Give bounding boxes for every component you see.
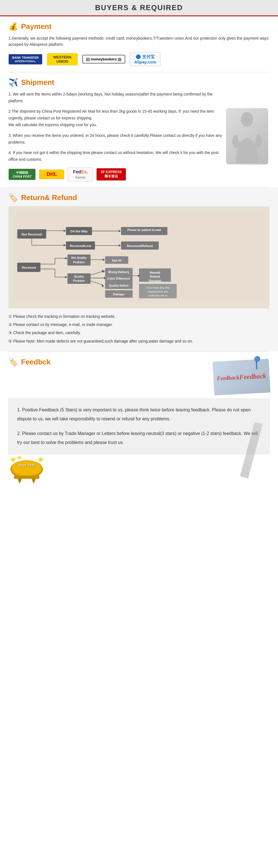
feedback-title-group: 🏷️ Feedbck [8, 358, 51, 371]
please-wait-label: Please be patient to wait [128, 228, 161, 231]
svg-text:Problem: Problem [73, 279, 85, 282]
china-post-logo: 中国邮政CHINA POST [8, 168, 36, 180]
return-refund-section: 🏷️ Return& Refund Not Received On the Wa… [0, 187, 278, 351]
feedback-paragraph-1: 1. Positive Feedback (5 Stars) is very i… [17, 405, 261, 424]
feedback-content-box: 1. Positive Feedback (5 Stars) is very i… [8, 399, 270, 454]
payment-icon: 💰 [8, 22, 18, 31]
star-decoration-2: ⭐ [17, 455, 22, 460]
note-3: ③ Check the package and Item, carefully. [8, 329, 270, 336]
resend-refund-label: Resend [150, 271, 160, 274]
not-received-label: Not Received [22, 232, 42, 236]
feedback-image: Feedback Feedback [213, 359, 270, 395]
quality-defect-label: Quality Defect [109, 284, 129, 287]
payment-title-row: 💰 Payment [8, 22, 270, 31]
shipment-heading: Shipment [21, 78, 54, 87]
flowchart-svg: Not Received On the Way Please be patien… [14, 212, 264, 302]
feedback-image-label: Feedback [217, 374, 240, 381]
shipment-title-row: ✈️ Shipment [8, 78, 270, 87]
payment-logos-row: BANK TRANSFERINTERNATIONAL WESTERNUNION … [8, 52, 270, 66]
return-icon: 🏷️ [8, 193, 18, 202]
svg-rect-55 [14, 475, 39, 479]
svg-point-0 [241, 112, 253, 127]
shipment-text-content: 1. We will sent the items within 2-5days… [8, 91, 224, 182]
shipment-point-4: 4. If you have not got it within the shi… [8, 150, 224, 163]
svg-text:Problem: Problem [73, 261, 85, 264]
moneybookers-logo: ((( moneybookers ))) [82, 55, 126, 63]
flowchart-container: Not Received On the Way Please be patien… [8, 206, 270, 309]
shipment-point-3: 3. When you receive the items you ordere… [8, 132, 224, 146]
star-decoration-3: ⭐ [37, 456, 43, 463]
note-4: ④ Please Note: Men made defects are not … [8, 338, 270, 345]
feedback-paragraph-2: 2. Please contact us by Trade Manager or… [17, 429, 261, 447]
received-label: Received [22, 266, 36, 269]
your-text-label: Your Text [8, 463, 45, 467]
note-2: ② Please contact us by meesage, e-mail, … [8, 321, 270, 328]
feedback-header-row: 🏷️ Feedbck Feedback Feedback [8, 358, 270, 394]
feedback-heading: Feedbck [21, 358, 51, 366]
if-you-have-label: If you have any else [146, 286, 170, 289]
svg-text:Refund: Refund [150, 275, 160, 278]
pin-stem [256, 361, 257, 370]
dhl-logo: DHL [39, 169, 64, 179]
wrong-delivery-label: Wrong Delivery [108, 271, 130, 274]
damage-label: Damage [113, 293, 125, 296]
payment-section: 💰 Payment 1.Generally, we accept the fol… [0, 16, 278, 72]
not-quality-problem-label: Not Quality [71, 256, 87, 259]
shipment-icon: ✈️ [8, 78, 18, 87]
feedback-section: 🏷️ Feedbck Feedback Feedback 1. Positive… [0, 352, 278, 490]
badge-row: ⭐ ⭐ ⭐ Your Text [8, 459, 270, 484]
bank-transfer-logo: BANK TRANSFERINTERNATIONAL [8, 54, 42, 65]
feedback-title-row: 🏷️ Feedbck [8, 358, 51, 367]
person-image [226, 108, 268, 164]
return-heading: Return& Refund [21, 193, 77, 202]
shipment-content-row: 1. We will sent the items within 2-5days… [8, 91, 270, 182]
payment-description: 1.Generally, we accept the following pay… [8, 35, 270, 48]
your-text-badge-container: ⭐ ⭐ ⭐ Your Text [8, 459, 45, 484]
western-union-logo: WESTERNUNION [47, 53, 78, 65]
fedex-logo: FedEx.Express [68, 167, 93, 182]
received-lost-label: Received/Lost [70, 244, 91, 248]
return-title-row: 🏷️ Return& Refund [8, 193, 270, 202]
return-notes-list: ① Please check the tracking in formation… [8, 313, 270, 345]
svg-text:could also tell us: could also tell us [148, 294, 168, 297]
page-title: BUYERS & REQUIRED [0, 3, 278, 12]
svg-text:requirements you: requirements you [148, 290, 168, 293]
received-refund-label: Received/Refund [127, 244, 153, 248]
color-difference-label: Color Difference [108, 277, 130, 280]
note-1: ① Please check the tracking in formation… [8, 313, 270, 320]
shipment-point-2: 2.The shipment by China Post Registered … [8, 108, 224, 128]
alipay-logo: 🔵 支付宝Alipay.com [130, 52, 161, 66]
shipment-image-area [224, 91, 270, 182]
payment-heading: Payment [21, 22, 51, 31]
shipment-point-1: 1. We will sent the items within 2-5days… [8, 91, 224, 104]
sf-logo: SF EXPRESS顺丰速运 [96, 168, 126, 181]
svg-text:Discount: Discount [149, 279, 162, 282]
on-the-way-label: On the Way [70, 229, 88, 233]
star-decoration-1: ⭐ [10, 456, 16, 463]
quality-problem-label: Quality [74, 275, 84, 278]
pin-decoration [254, 356, 259, 361]
shipment-section: ✈️ Shipment 1. We will sent the items wi… [0, 72, 278, 187]
shipping-logos-row: 中国邮政CHINA POST DHL FedEx.Express SF EXPR… [8, 167, 224, 182]
not-fit-label: Not fit [112, 258, 121, 262]
feedback-icon: 🏷️ [8, 358, 18, 367]
page-header: BUYERS & REQUIRED [0, 0, 278, 16]
